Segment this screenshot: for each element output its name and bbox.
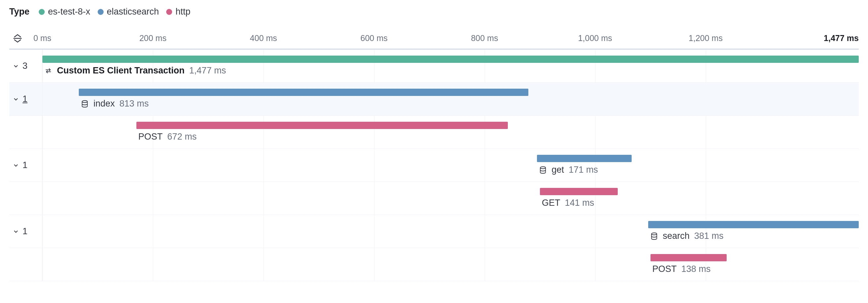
waterfall-row[interactable]: 1get171 ms — [9, 149, 859, 182]
expand-toggle[interactable]: 1 — [12, 226, 28, 237]
span-duration: 672 ms — [167, 132, 197, 142]
span-label: search381 ms — [650, 231, 724, 241]
expand-toggle[interactable]: 3 — [12, 61, 28, 71]
span-bar[interactable] — [537, 155, 632, 162]
database-icon — [539, 166, 547, 174]
span-bar[interactable] — [651, 254, 726, 261]
span-bar[interactable] — [79, 89, 528, 96]
svg-point-2 — [540, 167, 546, 169]
waterfall-row[interactable]: 1index813 ms — [9, 83, 859, 116]
timeline-header: 0 ms200 ms400 ms600 ms800 ms1,000 ms1,20… — [9, 33, 859, 49]
axis-tick: 400 ms — [250, 33, 277, 43]
trace-timeline: 0 ms200 ms400 ms600 ms800 ms1,000 ms1,20… — [9, 33, 859, 281]
axis-tick-max: 1,477 ms — [824, 33, 859, 43]
legend-type-label: Type — [9, 7, 29, 17]
collapse-all-button[interactable] — [12, 33, 23, 43]
svg-point-3 — [651, 233, 657, 235]
waterfall-row[interactable]: 3Custom ES Client Transaction1,477 ms — [9, 49, 859, 83]
span-duration: 381 ms — [694, 231, 724, 241]
axis-tick: 1,000 ms — [578, 33, 612, 43]
legend-item-0[interactable]: es-test-8-x — [39, 7, 90, 17]
expand-toggle[interactable]: 1 — [12, 94, 28, 104]
waterfall-row[interactable]: POST672 ms — [9, 116, 859, 149]
span-label: GET141 ms — [542, 198, 594, 208]
span-label: index813 ms — [81, 99, 149, 109]
database-icon — [81, 100, 89, 108]
span-name: search — [663, 231, 689, 241]
span-bar[interactable] — [136, 122, 508, 129]
child-count: 1 — [23, 94, 28, 104]
child-count: 1 — [23, 160, 28, 170]
transaction-icon — [44, 67, 52, 75]
child-count: 3 — [23, 61, 28, 71]
waterfall-row[interactable]: GET141 ms — [9, 182, 859, 215]
span-duration: 1,477 ms — [189, 66, 226, 76]
span-name: Custom ES Client Transaction — [57, 66, 185, 76]
span-label: POST672 ms — [138, 132, 197, 142]
span-duration: 141 ms — [565, 198, 594, 208]
legend-dot-1-icon — [98, 9, 104, 15]
span-name: POST — [652, 264, 677, 274]
span-name: get — [552, 165, 564, 175]
axis-tick: 200 ms — [140, 33, 166, 43]
axis-tick: 600 ms — [361, 33, 388, 43]
axis-tick: 800 ms — [471, 33, 498, 43]
span-duration: 171 ms — [569, 165, 598, 175]
span-bar[interactable] — [648, 221, 859, 228]
legend-label-1: elasticsearch — [107, 7, 159, 17]
waterfall-row[interactable]: 1search381 ms — [9, 215, 859, 248]
legend-label-2: http — [176, 7, 190, 17]
legend-label-0: es-test-8-x — [48, 7, 90, 17]
svg-point-1 — [82, 101, 87, 103]
span-name: POST — [138, 132, 163, 142]
expand-toggle[interactable]: 1 — [12, 160, 28, 170]
span-name: GET — [542, 198, 560, 208]
waterfall-row[interactable]: POST138 ms — [9, 248, 859, 281]
legend-item-1[interactable]: elasticsearch — [98, 7, 159, 17]
span-label: get171 ms — [539, 165, 598, 175]
legend-dot-2-icon — [166, 9, 172, 15]
legend-item-2[interactable]: http — [166, 7, 190, 17]
time-axis: 0 ms200 ms400 ms600 ms800 ms1,000 ms1,20… — [42, 33, 859, 43]
axis-tick: 1,200 ms — [689, 33, 723, 43]
span-duration: 138 ms — [681, 264, 711, 274]
legend: Type es-test-8-x elasticsearch http — [9, 7, 859, 17]
legend-dot-0-icon — [39, 9, 45, 15]
waterfall-rows: 3Custom ES Client Transaction1,477 ms1in… — [9, 49, 859, 281]
span-name: index — [93, 99, 115, 109]
span-bar[interactable] — [42, 56, 859, 63]
span-label: Custom ES Client Transaction1,477 ms — [44, 66, 226, 76]
database-icon — [650, 232, 658, 240]
span-duration: 813 ms — [120, 99, 149, 109]
span-bar[interactable] — [540, 188, 618, 195]
axis-tick: 0 ms — [33, 33, 51, 43]
child-count: 1 — [23, 226, 28, 237]
span-label: POST138 ms — [652, 264, 711, 274]
